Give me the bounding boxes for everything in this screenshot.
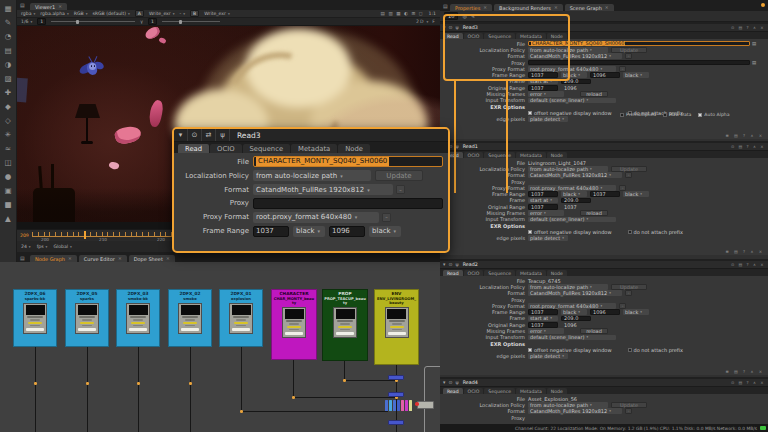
before-dropdown[interactable]: black (561, 309, 587, 315)
format-edit-button[interactable]: – (625, 53, 632, 59)
tab-sequence[interactable]: Sequence (243, 144, 291, 154)
node-graph[interactable]: 2DFX_06 sparks-bk 2DFX_05 sparks 2DFX_03… (0, 262, 440, 432)
read-node[interactable] (229, 303, 253, 334)
missing-frames-dropdown[interactable]: error (528, 328, 564, 334)
fps-unit-dropdown[interactable]: fps (37, 244, 48, 249)
reload-button[interactable]: reload (580, 328, 608, 334)
format-dropdown[interactable]: CatandMoth_FullRes 1920x812 (253, 184, 393, 195)
backdrop-2dfx-03[interactable]: 2DFX_03 smoke-bk (116, 289, 160, 347)
image-icon[interactable]: ▦ (2, 2, 15, 15)
downrez-dropdown[interactable]: 1/6 (21, 19, 32, 24)
gain-value[interactable]: 1 (37, 18, 46, 25)
backdrop-2dfx-05[interactable]: 2DFX_05 sparks (65, 289, 109, 347)
orig-start-field[interactable]: 1037 (528, 204, 558, 210)
display-channel-dropdown[interactable]: RGB (74, 11, 88, 16)
backdrop-prop[interactable]: PROP PROP_TEACUP_beauty (322, 289, 368, 361)
other-icon[interactable]: ▲ (2, 212, 15, 225)
file-field[interactable]: CHARACTER_MONTY_SQ040_SH0060 (253, 156, 443, 167)
channel-icon[interactable]: ▤ (2, 44, 15, 57)
proxy-format-edit-button[interactable]: – (619, 185, 626, 191)
missing-frames-dropdown[interactable]: error (528, 91, 564, 97)
views-icon[interactable]: ● (2, 170, 15, 183)
b-buffer-badge[interactable]: B (190, 10, 199, 17)
premultiplied-checkbox[interactable] (620, 113, 624, 117)
update-button[interactable]: Update (611, 284, 647, 290)
panel-header-icons[interactable]: ⊙ ▤ ? ∧ × (731, 144, 765, 149)
proxy-format-edit-button[interactable]: – (619, 303, 626, 309)
keyer-icon[interactable]: ✚ (2, 86, 15, 99)
close-icon[interactable] (118, 256, 122, 261)
range-start-field[interactable]: 1037 (528, 309, 558, 315)
update-button[interactable]: Update (611, 166, 647, 172)
gamma-value[interactable]: 1 (148, 18, 157, 25)
file-value[interactable]: Asset_Explosion_56 (528, 396, 577, 402)
center-icon[interactable]: ⊙ (448, 380, 452, 385)
gamma-slider-knob[interactable] (179, 20, 182, 24)
auto-alpha-checkbox[interactable] (698, 113, 702, 117)
raw-data-checkbox[interactable] (663, 113, 667, 117)
format-dropdown[interactable]: CatandMoth_FullRes 1920x812 (528, 290, 622, 296)
viewer-icon-strip[interactable]: ▤ ▥ ▦ ◐ ⊞ ◻ (381, 11, 424, 16)
panel-header-icons[interactable]: ⊙ ▤ ? ∧ × (731, 25, 765, 30)
fps-dropdown[interactable]: 24 (21, 244, 31, 249)
panel-header-icons[interactable]: ⊙ ▤ ? ∧ × (731, 380, 765, 385)
collapse-icon[interactable]: ▾ (443, 262, 445, 267)
reload-button[interactable]: reload (580, 91, 608, 97)
viewer-lut-dropdown[interactable]: sRGB (default) (92, 11, 129, 16)
time-icon[interactable]: ◔ (2, 30, 15, 43)
after-dropdown[interactable]: black (623, 72, 649, 78)
missing-frames-dropdown[interactable]: error (528, 210, 564, 216)
pane-icon[interactable]: ▤ (20, 2, 25, 8)
prefix-checkbox[interactable] (628, 348, 632, 352)
center-icon[interactable]: ⊙ (188, 129, 202, 141)
stereo-flag[interactable]: F (432, 19, 436, 24)
update-button[interactable]: Update (611, 47, 647, 53)
range-start-field[interactable]: 1037 (528, 191, 558, 197)
color-icon[interactable]: ◑ (2, 58, 15, 71)
after-dropdown[interactable]: black (369, 226, 401, 237)
input-transform-dropdown[interactable]: default (scene_linear) (528, 217, 616, 223)
close-icon[interactable] (68, 256, 72, 261)
close-icon[interactable] (554, 5, 558, 10)
alpha-channel-dropdown[interactable]: rgba.alpha (40, 11, 68, 16)
range-end-field[interactable]: 1096 (590, 309, 620, 315)
zoom-level[interactable]: 1:1 (429, 11, 436, 16)
offset-checkbox[interactable] (528, 348, 532, 352)
panel-header[interactable]: ▾ ⊙ ψ Read4 ⊙ ▤ ? ∧ × (440, 379, 768, 387)
proxy-format-edit-button[interactable]: – (619, 66, 626, 72)
draw-icon[interactable]: ✎ (2, 16, 15, 29)
panel-header-icons[interactable]: ⊙ ▤ ? ∧ × (731, 262, 765, 267)
tab-node-graph[interactable]: Node Graph (30, 255, 77, 263)
edge-pixels-dropdown[interactable]: plate detect (528, 353, 568, 359)
tab-read[interactable]: Read (178, 144, 209, 154)
proxy-format-edit-button[interactable]: – (382, 213, 391, 222)
panel-footer-icons[interactable]: ≡ ▤ ? ∧ × (725, 369, 764, 374)
proxy-format-dropdown[interactable]: root.proxy_format 640x480 (528, 303, 616, 309)
floating-read3-panel[interactable]: ▾ ⊙ ⇄ ψ Read3 Read OCIO Sequence Metadat… (172, 127, 450, 253)
node[interactable] (409, 400, 412, 411)
close-icon[interactable] (483, 5, 487, 10)
node[interactable] (405, 400, 408, 411)
a-input-dropdown[interactable]: Write_exr (149, 11, 175, 16)
node[interactable] (385, 400, 388, 411)
format-edit-button[interactable]: – (625, 290, 632, 296)
collapse-icon[interactable]: ▾ (443, 380, 445, 385)
merge-node[interactable] (388, 392, 404, 397)
proxy-format-dropdown[interactable]: root.proxy_format 640x480 (528, 185, 616, 191)
node[interactable] (397, 400, 400, 411)
read-node[interactable] (385, 307, 409, 338)
file-value[interactable]: Livingroom_Light_1047 (528, 160, 586, 166)
node[interactable] (393, 400, 396, 411)
pane-icon[interactable]: ▤ (443, 3, 448, 9)
node[interactable] (389, 400, 392, 411)
tab-metadata[interactable]: Metadata (291, 144, 337, 154)
format-edit-button[interactable]: – (396, 185, 405, 194)
localization-dropdown[interactable]: from auto-localize path (528, 284, 608, 290)
localization-dropdown[interactable]: from auto-localize path (528, 402, 608, 408)
close-icon[interactable] (166, 256, 170, 261)
swap-icon[interactable]: ⇄ (202, 129, 216, 141)
floating-panel-header[interactable]: ▾ ⊙ ⇄ ψ Read3 (174, 129, 448, 142)
filter-icon[interactable]: ▨ (2, 72, 15, 85)
3d-icon[interactable]: ✳ (2, 128, 15, 141)
tab-ocio[interactable]: OCIO (210, 144, 241, 154)
